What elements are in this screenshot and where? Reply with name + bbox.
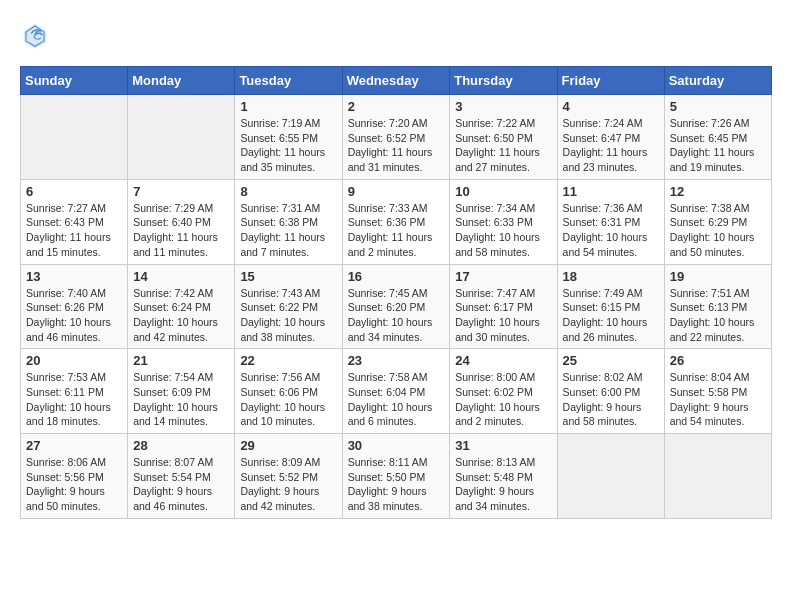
calendar-cell: 9Sunrise: 7:33 AM Sunset: 6:36 PM Daylig… [342,179,450,264]
calendar-cell: 8Sunrise: 7:31 AM Sunset: 6:38 PM Daylig… [235,179,342,264]
calendar-cell: 31Sunrise: 8:13 AM Sunset: 5:48 PM Dayli… [450,434,557,519]
day-number: 1 [240,99,336,114]
day-header-tuesday: Tuesday [235,67,342,95]
calendar-cell: 4Sunrise: 7:24 AM Sunset: 6:47 PM Daylig… [557,95,664,180]
page-header [20,20,772,50]
calendar-cell: 1Sunrise: 7:19 AM Sunset: 6:55 PM Daylig… [235,95,342,180]
day-detail: Sunrise: 7:22 AM Sunset: 6:50 PM Dayligh… [455,116,551,175]
calendar-cell: 30Sunrise: 8:11 AM Sunset: 5:50 PM Dayli… [342,434,450,519]
day-header-thursday: Thursday [450,67,557,95]
day-detail: Sunrise: 7:34 AM Sunset: 6:33 PM Dayligh… [455,201,551,260]
day-number: 27 [26,438,122,453]
day-number: 22 [240,353,336,368]
calendar-cell: 18Sunrise: 7:49 AM Sunset: 6:15 PM Dayli… [557,264,664,349]
day-header-saturday: Saturday [664,67,771,95]
calendar-cell [557,434,664,519]
calendar-cell: 12Sunrise: 7:38 AM Sunset: 6:29 PM Dayli… [664,179,771,264]
day-header-friday: Friday [557,67,664,95]
day-number: 8 [240,184,336,199]
calendar-cell: 27Sunrise: 8:06 AM Sunset: 5:56 PM Dayli… [21,434,128,519]
calendar-cell: 25Sunrise: 8:02 AM Sunset: 6:00 PM Dayli… [557,349,664,434]
calendar-week-row: 13Sunrise: 7:40 AM Sunset: 6:26 PM Dayli… [21,264,772,349]
calendar-cell: 6Sunrise: 7:27 AM Sunset: 6:43 PM Daylig… [21,179,128,264]
calendar-cell: 21Sunrise: 7:54 AM Sunset: 6:09 PM Dayli… [128,349,235,434]
day-number: 16 [348,269,445,284]
calendar-cell: 11Sunrise: 7:36 AM Sunset: 6:31 PM Dayli… [557,179,664,264]
day-number: 10 [455,184,551,199]
day-detail: Sunrise: 7:45 AM Sunset: 6:20 PM Dayligh… [348,286,445,345]
day-number: 6 [26,184,122,199]
day-number: 26 [670,353,766,368]
day-number: 9 [348,184,445,199]
day-detail: Sunrise: 7:56 AM Sunset: 6:06 PM Dayligh… [240,370,336,429]
day-detail: Sunrise: 7:49 AM Sunset: 6:15 PM Dayligh… [563,286,659,345]
calendar-cell: 29Sunrise: 8:09 AM Sunset: 5:52 PM Dayli… [235,434,342,519]
calendar-cell: 19Sunrise: 7:51 AM Sunset: 6:13 PM Dayli… [664,264,771,349]
calendar-cell: 20Sunrise: 7:53 AM Sunset: 6:11 PM Dayli… [21,349,128,434]
day-detail: Sunrise: 7:33 AM Sunset: 6:36 PM Dayligh… [348,201,445,260]
day-detail: Sunrise: 7:43 AM Sunset: 6:22 PM Dayligh… [240,286,336,345]
day-header-monday: Monday [128,67,235,95]
calendar-cell: 24Sunrise: 8:00 AM Sunset: 6:02 PM Dayli… [450,349,557,434]
day-detail: Sunrise: 7:19 AM Sunset: 6:55 PM Dayligh… [240,116,336,175]
day-number: 23 [348,353,445,368]
day-detail: Sunrise: 7:20 AM Sunset: 6:52 PM Dayligh… [348,116,445,175]
calendar-week-row: 27Sunrise: 8:06 AM Sunset: 5:56 PM Dayli… [21,434,772,519]
day-detail: Sunrise: 7:58 AM Sunset: 6:04 PM Dayligh… [348,370,445,429]
day-detail: Sunrise: 7:36 AM Sunset: 6:31 PM Dayligh… [563,201,659,260]
day-number: 21 [133,353,229,368]
day-number: 13 [26,269,122,284]
day-number: 19 [670,269,766,284]
day-detail: Sunrise: 7:51 AM Sunset: 6:13 PM Dayligh… [670,286,766,345]
calendar-cell: 13Sunrise: 7:40 AM Sunset: 6:26 PM Dayli… [21,264,128,349]
calendar-header-row: SundayMondayTuesdayWednesdayThursdayFrid… [21,67,772,95]
day-number: 14 [133,269,229,284]
day-number: 4 [563,99,659,114]
calendar-cell [128,95,235,180]
day-detail: Sunrise: 7:29 AM Sunset: 6:40 PM Dayligh… [133,201,229,260]
day-number: 12 [670,184,766,199]
day-detail: Sunrise: 7:31 AM Sunset: 6:38 PM Dayligh… [240,201,336,260]
calendar-cell: 7Sunrise: 7:29 AM Sunset: 6:40 PM Daylig… [128,179,235,264]
calendar-cell: 15Sunrise: 7:43 AM Sunset: 6:22 PM Dayli… [235,264,342,349]
day-number: 18 [563,269,659,284]
day-number: 7 [133,184,229,199]
calendar-cell: 3Sunrise: 7:22 AM Sunset: 6:50 PM Daylig… [450,95,557,180]
calendar-cell: 26Sunrise: 8:04 AM Sunset: 5:58 PM Dayli… [664,349,771,434]
day-number: 20 [26,353,122,368]
day-number: 3 [455,99,551,114]
calendar-cell: 28Sunrise: 8:07 AM Sunset: 5:54 PM Dayli… [128,434,235,519]
day-number: 24 [455,353,551,368]
day-detail: Sunrise: 7:54 AM Sunset: 6:09 PM Dayligh… [133,370,229,429]
day-number: 2 [348,99,445,114]
day-number: 17 [455,269,551,284]
day-detail: Sunrise: 7:26 AM Sunset: 6:45 PM Dayligh… [670,116,766,175]
day-detail: Sunrise: 8:00 AM Sunset: 6:02 PM Dayligh… [455,370,551,429]
day-number: 11 [563,184,659,199]
calendar-week-row: 6Sunrise: 7:27 AM Sunset: 6:43 PM Daylig… [21,179,772,264]
calendar-week-row: 1Sunrise: 7:19 AM Sunset: 6:55 PM Daylig… [21,95,772,180]
day-detail: Sunrise: 8:06 AM Sunset: 5:56 PM Dayligh… [26,455,122,514]
calendar-cell: 10Sunrise: 7:34 AM Sunset: 6:33 PM Dayli… [450,179,557,264]
day-detail: Sunrise: 8:09 AM Sunset: 5:52 PM Dayligh… [240,455,336,514]
day-detail: Sunrise: 7:38 AM Sunset: 6:29 PM Dayligh… [670,201,766,260]
day-header-sunday: Sunday [21,67,128,95]
day-detail: Sunrise: 7:42 AM Sunset: 6:24 PM Dayligh… [133,286,229,345]
logo [20,20,54,50]
day-number: 25 [563,353,659,368]
day-number: 29 [240,438,336,453]
svg-marker-0 [24,24,47,49]
calendar-week-row: 20Sunrise: 7:53 AM Sunset: 6:11 PM Dayli… [21,349,772,434]
day-detail: Sunrise: 8:07 AM Sunset: 5:54 PM Dayligh… [133,455,229,514]
day-detail: Sunrise: 8:02 AM Sunset: 6:00 PM Dayligh… [563,370,659,429]
day-number: 30 [348,438,445,453]
day-number: 5 [670,99,766,114]
day-detail: Sunrise: 7:47 AM Sunset: 6:17 PM Dayligh… [455,286,551,345]
calendar-cell: 5Sunrise: 7:26 AM Sunset: 6:45 PM Daylig… [664,95,771,180]
day-header-wednesday: Wednesday [342,67,450,95]
day-number: 28 [133,438,229,453]
calendar-cell: 22Sunrise: 7:56 AM Sunset: 6:06 PM Dayli… [235,349,342,434]
calendar-cell: 2Sunrise: 7:20 AM Sunset: 6:52 PM Daylig… [342,95,450,180]
calendar-cell: 23Sunrise: 7:58 AM Sunset: 6:04 PM Dayli… [342,349,450,434]
calendar-cell [21,95,128,180]
